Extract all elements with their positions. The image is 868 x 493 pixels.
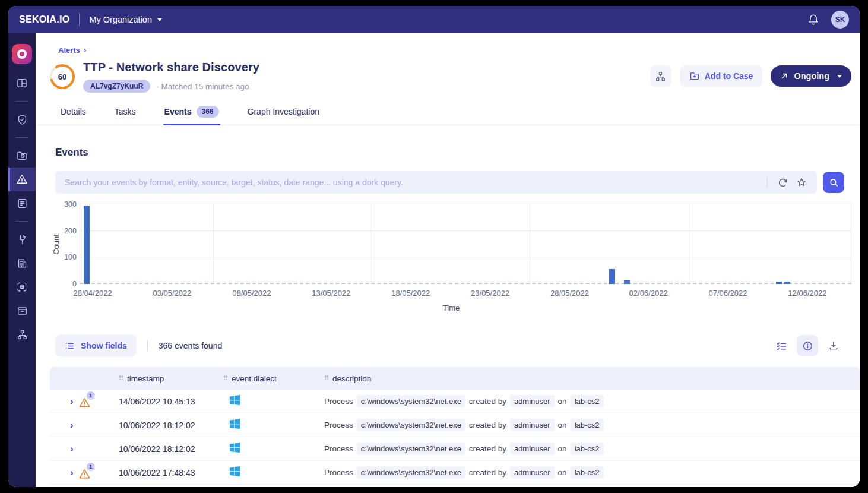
x-tick-label: 12/06/2022: [788, 289, 826, 298]
process-path-chip[interactable]: c:\windows\system32\net.exe: [357, 419, 465, 431]
row-timestamp: 10/06/2022 18:12:02: [119, 444, 223, 454]
info-toggle-button[interactable]: [797, 335, 818, 356]
top-bar: SEKOIA.IO My Organization SK: [8, 6, 860, 33]
y-axis-label: Count: [52, 234, 61, 255]
show-fields-button[interactable]: Show fields: [55, 334, 137, 357]
x-tick-label: 13/05/2022: [312, 289, 350, 298]
chart-bar[interactable]: [776, 282, 782, 284]
chart-bar[interactable]: [609, 269, 615, 284]
breadcrumb[interactable]: Alerts ›: [58, 45, 860, 55]
process-path-chip[interactable]: c:\windows\system32\net.exe: [357, 466, 465, 479]
y-tick-label: 300: [64, 200, 77, 208]
y-tick-label: 0: [72, 280, 77, 288]
organization-switcher[interactable]: My Organization: [89, 15, 162, 24]
expand-row-chevron-icon[interactable]: ›: [70, 420, 74, 430]
process-path-chip[interactable]: c:\windows\system32\net.exe: [357, 443, 465, 455]
building-icon: [17, 258, 28, 269]
expand-row-chevron-icon[interactable]: ›: [70, 396, 74, 406]
add-to-case-button[interactable]: Add to Case: [680, 65, 763, 87]
sitemap-icon: [17, 329, 28, 340]
column-settings-button[interactable]: [771, 335, 792, 356]
drag-handle-icon[interactable]: ⠿: [119, 375, 123, 383]
host-chip[interactable]: lab-cs2: [571, 443, 604, 455]
table-row[interactable]: › 1 10/06/2022 17:48:43 Processc:\window…: [50, 461, 860, 485]
organization-name: My Organization: [89, 15, 152, 24]
report-icon: [17, 198, 28, 209]
windows-icon: [228, 464, 242, 478]
column-header-dialect[interactable]: event.dialect: [232, 374, 277, 383]
star-icon[interactable]: [792, 177, 811, 188]
events-section-title: Events: [55, 147, 860, 159]
sidebar-item-report[interactable]: [8, 191, 36, 215]
user-chip[interactable]: adminuser: [510, 443, 555, 455]
graph-view-button[interactable]: [650, 65, 671, 87]
row-warning-indicator: 1: [79, 396, 92, 407]
app-logo[interactable]: [12, 44, 32, 64]
search-input[interactable]: [65, 178, 761, 187]
refresh-icon[interactable]: [774, 178, 792, 188]
sidebar-item-storage[interactable]: [8, 299, 36, 323]
table-header-row: ⠿timestamp ⠿event.dialect ⠿description: [50, 367, 860, 390]
row-timestamp: 14/06/2022 10:45:13: [119, 397, 223, 406]
chevron-down-icon: [157, 18, 162, 21]
sidebar-item-alerts[interactable]: [8, 168, 36, 191]
expand-row-chevron-icon[interactable]: ›: [70, 467, 74, 478]
events-count-badge: 366: [197, 106, 219, 118]
y-tick-label: 100: [64, 253, 77, 261]
y-axis-ticks: 0100200300: [61, 204, 80, 284]
page-title: TTP - Network share Discovery: [83, 61, 259, 74]
status-dropdown-button[interactable]: Ongoing: [771, 65, 851, 87]
x-tick-label: 03/05/2022: [153, 289, 191, 298]
chart-bar[interactable]: [84, 206, 90, 284]
drag-handle-icon[interactable]: ⠿: [223, 375, 227, 383]
intake-plug-icon: [17, 234, 28, 245]
row-description: Processc:\windows\system32\net.execreate…: [324, 395, 860, 407]
sidebar-item-observables[interactable]: [8, 275, 36, 299]
notifications-bell-icon[interactable]: [807, 14, 819, 26]
sidebar-item-hierarchy[interactable]: [8, 323, 36, 346]
download-button[interactable]: [823, 335, 844, 356]
table-row[interactable]: › 10/06/2022 18:12:02 Processc:\windows\…: [50, 413, 860, 437]
table-row[interactable]: › 10/06/2022 18:12:02 Processc:\windows\…: [50, 437, 860, 461]
sidebar-item-intakes[interactable]: [8, 227, 36, 251]
breadcrumb-alerts[interactable]: Alerts: [58, 46, 80, 55]
sidebar-item-community[interactable]: [8, 251, 36, 275]
tab-details[interactable]: Details: [59, 106, 87, 125]
chart-plot[interactable]: 28/04/202203/05/202208/05/202213/05/2022…: [80, 204, 851, 284]
user-avatar[interactable]: SK: [831, 11, 849, 29]
x-tick-label: 23/05/2022: [471, 289, 509, 298]
search-button[interactable]: [823, 172, 844, 193]
host-chip[interactable]: lab-cs2: [571, 419, 604, 431]
warning-count-badge: 1: [87, 391, 95, 400]
tab-events[interactable]: Events 366: [163, 106, 220, 125]
host-chip[interactable]: lab-cs2: [571, 466, 604, 479]
column-header-description[interactable]: description: [332, 374, 371, 383]
tab-tasks[interactable]: Tasks: [113, 106, 137, 125]
x-tick-label: 28/05/2022: [550, 289, 589, 298]
sitemap-icon: [655, 71, 666, 82]
row-dialect: [223, 464, 324, 481]
chart-bar[interactable]: [624, 280, 630, 284]
expand-row-chevron-icon[interactable]: ›: [70, 444, 74, 454]
main-panel: Alerts › 60 TTP - Network share Discover…: [36, 33, 860, 487]
sidebar-divider: [15, 221, 28, 222]
sidebar-item-folder-search[interactable]: [8, 144, 36, 168]
events-search-bar: [55, 171, 844, 194]
alert-id-badge[interactable]: AL7vgZ7yKuuR: [83, 80, 150, 93]
status-label: Ongoing: [794, 71, 829, 81]
chart-bar[interactable]: [784, 282, 790, 284]
y-tick-label: 200: [64, 227, 77, 235]
process-path-chip[interactable]: c:\windows\system32\net.exe: [357, 395, 465, 407]
tab-graph-investigation[interactable]: Graph Investigation: [246, 106, 321, 125]
drag-handle-icon[interactable]: ⠿: [324, 375, 328, 383]
column-header-timestamp[interactable]: timestamp: [127, 374, 164, 383]
user-chip[interactable]: adminuser: [510, 419, 555, 431]
sidebar-item-dashboard[interactable]: [8, 71, 36, 95]
sidebar-item-shield[interactable]: [8, 108, 36, 131]
windows-icon: [228, 417, 242, 431]
host-chip[interactable]: lab-cs2: [571, 395, 604, 407]
row-warning-indicator: 1: [79, 467, 92, 479]
user-chip[interactable]: adminuser: [510, 466, 555, 479]
user-chip[interactable]: adminuser: [510, 395, 555, 407]
table-row[interactable]: › 1 14/06/2022 10:45:13 Processc:\window…: [50, 390, 860, 413]
